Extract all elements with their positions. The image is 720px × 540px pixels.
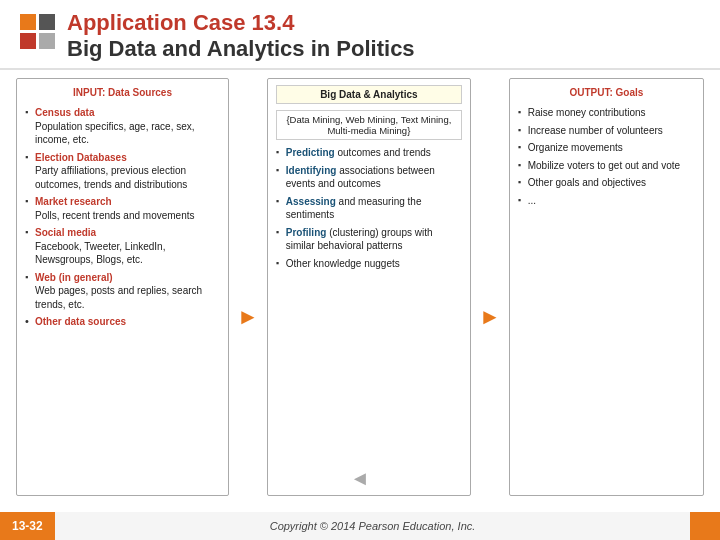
bigdata-column: Big Data & Analytics {Data Mining, Web M… <box>267 78 471 496</box>
input-list: Census data Population specifics, age, r… <box>25 106 220 329</box>
input-column: INPUT: Data Sources Census data Populati… <box>16 78 229 496</box>
page-number: 13-32 <box>0 512 55 540</box>
list-item: Organize movements <box>518 141 695 155</box>
copyright-text: Copyright © 2014 Pearson Education, Inc. <box>55 512 690 540</box>
list-item: Market research Polls, recent trends and… <box>25 195 220 222</box>
item-detail: Polls, recent trends and movements <box>35 210 195 221</box>
list-item: Other goals and objectives <box>518 176 695 190</box>
highlight: Predicting <box>286 147 335 158</box>
output-header: OUTPUT: Goals <box>518 85 695 100</box>
list-item: Predicting outcomes and trends <box>276 146 462 160</box>
arrow-right-icon: ► <box>237 138 259 496</box>
arrow-back-icon: ◄ <box>350 467 370 490</box>
item-title: Market research <box>35 196 112 207</box>
icon-square-1 <box>20 14 36 30</box>
item-detail: Facebook, Tweeter, LinkedIn, Newsgroups,… <box>35 241 165 266</box>
highlight: Identifying <box>286 165 337 176</box>
header-text: Application Case 13.4 Big Data and Analy… <box>67 10 415 62</box>
list-item: Other knowledge nuggets <box>276 257 462 271</box>
item-title: Election Databases <box>35 152 127 163</box>
title-line1: Application Case 13.4 <box>67 10 415 36</box>
item-detail: Web pages, posts and replies, search tre… <box>35 285 202 310</box>
mining-box: {Data Mining, Web Mining, Text Mining, M… <box>276 110 462 140</box>
list-item: Election Databases Party affiliations, p… <box>25 151 220 192</box>
arrow-right2-icon: ► <box>479 138 501 496</box>
list-item: Census data Population specifics, age, r… <box>25 106 220 147</box>
highlight: Assessing <box>286 196 336 207</box>
bigdata-header: Big Data & Analytics <box>276 85 462 104</box>
output-column: OUTPUT: Goals Raise money contributions … <box>509 78 704 496</box>
icon-square-3 <box>20 33 36 49</box>
item-title: Other data sources <box>35 316 126 327</box>
list-item: Web (in general) Web pages, posts and re… <box>25 271 220 312</box>
list-item: Social media Facebook, Tweeter, LinkedIn… <box>25 226 220 267</box>
footer-accent <box>690 512 720 540</box>
item-title: Web (in general) <box>35 272 113 283</box>
list-item: Assessing and measuring the sentiments <box>276 195 462 222</box>
list-item: ... <box>518 194 695 208</box>
highlight: Profiling <box>286 227 327 238</box>
icon-square-4 <box>39 33 55 49</box>
bigdata-list: Predicting outcomes and trends Identifyi… <box>276 146 462 270</box>
main-diagram: INPUT: Data Sources Census data Populati… <box>0 70 720 500</box>
item-title: Social media <box>35 227 96 238</box>
item-detail: Population specifics, age, race, sex, in… <box>35 121 195 146</box>
list-item: Other data sources <box>25 315 220 329</box>
page-footer: 13-32 Copyright © 2014 Pearson Education… <box>0 512 720 540</box>
list-item: Profiling (clustering) groups with simil… <box>276 226 462 253</box>
output-list: Raise money contributions Increase numbe… <box>518 106 695 207</box>
list-item: Identifying associations between events … <box>276 164 462 191</box>
list-item: Increase number of volunteers <box>518 124 695 138</box>
icon-square-2 <box>39 14 55 30</box>
list-item: Raise money contributions <box>518 106 695 120</box>
page-header: Application Case 13.4 Big Data and Analy… <box>0 0 720 70</box>
item-detail: Party affiliations, previous election ou… <box>35 165 187 190</box>
title-line2: Big Data and Analytics in Politics <box>67 36 415 62</box>
item-title: Census data <box>35 107 94 118</box>
header-icon <box>20 14 55 49</box>
list-item: Mobilize voters to get out and vote <box>518 159 695 173</box>
input-header: INPUT: Data Sources <box>25 85 220 100</box>
